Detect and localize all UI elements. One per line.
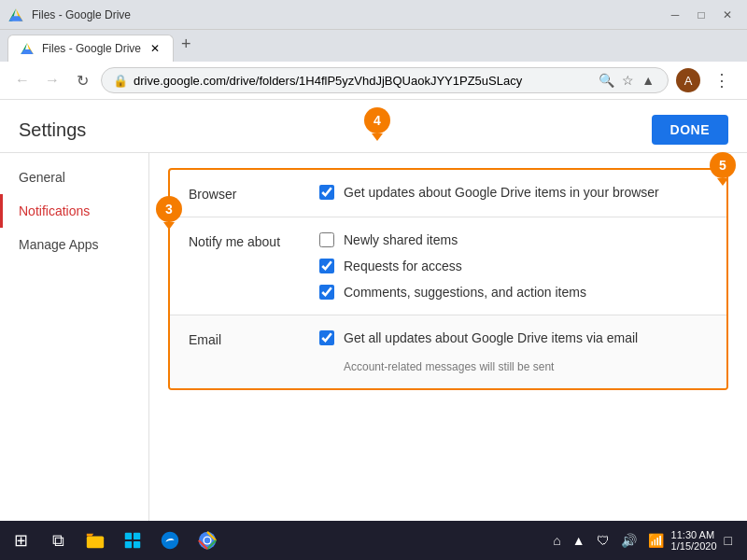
comments-label: Comments, suggestions, and action items <box>344 285 586 300</box>
network-tray-icon[interactable]: 📶 <box>644 529 668 552</box>
sidebar-item-manage-apps[interactable]: Manage Apps <box>0 228 148 261</box>
user-avatar[interactable]: A <box>676 68 700 92</box>
network-icon[interactable]: ⌂ <box>549 529 564 552</box>
main-content: 4 Settings DONE 5 General 3 Notification… <box>0 100 747 522</box>
new-tab-button[interactable]: + <box>174 27 199 62</box>
close-button[interactable]: ✕ <box>715 6 740 24</box>
bookmark-icon[interactable]: ☆ <box>620 71 636 90</box>
svg-marker-2 <box>9 16 23 21</box>
drive-icon <box>7 7 24 23</box>
notifications-panel: Browser Get updates about Google Drive i… <box>168 168 728 390</box>
store-button[interactable] <box>116 524 149 557</box>
search-icon[interactable]: 🔍 <box>597 71 616 90</box>
settings-content: Browser Get updates about Google Drive i… <box>149 153 747 522</box>
svg-rect-7 <box>125 533 132 539</box>
system-tray: ⌂ ▲ 🛡 🔊 📶 11:30 AM1/15/2020 □ <box>549 529 743 552</box>
chrome-button[interactable] <box>190 524 224 557</box>
forward-button[interactable]: → <box>41 69 63 91</box>
lock-icon: 🔒 <box>113 74 128 88</box>
svg-rect-10 <box>134 541 140 548</box>
edge-button[interactable] <box>153 524 187 557</box>
maximize-button[interactable]: □ <box>689 6 713 24</box>
browser-section-label: Browser <box>189 185 319 202</box>
address-bar: ← → ↻ 🔒 🔍 ☆ ▲ A ⋮ <box>0 62 747 100</box>
comments-checkbox[interactable] <box>319 285 334 300</box>
folder-icon <box>85 530 106 551</box>
notify-section-label: Notify me about <box>189 232 319 249</box>
refresh-button[interactable]: ↻ <box>71 69 93 91</box>
antivirus-icon[interactable]: 🛡 <box>593 529 613 552</box>
svg-rect-6 <box>87 536 104 548</box>
edge-icon <box>160 530 180 551</box>
notify-item-0: Newly shared items <box>319 232 586 247</box>
store-icon <box>122 530 143 551</box>
minimize-button[interactable]: ─ <box>663 6 687 24</box>
notify-item-1: Requests for access <box>319 259 586 273</box>
svg-rect-9 <box>125 541 132 548</box>
notify-item-2: Comments, suggestions, and action items <box>319 285 586 300</box>
done-button[interactable]: DONE <box>652 115 728 145</box>
newly-shared-checkbox[interactable] <box>319 232 334 247</box>
url-input[interactable] <box>134 74 591 88</box>
settings-header: Settings DONE 5 <box>0 100 747 153</box>
task-view-button[interactable]: ⧉ <box>41 524 75 557</box>
address-input-container: 🔒 🔍 ☆ ▲ <box>101 67 669 93</box>
volume-icon[interactable]: 🔊 <box>617 529 641 552</box>
back-button[interactable]: ← <box>11 69 34 91</box>
browser-checkbox-row: Get updates about Google Drive items in … <box>319 185 659 200</box>
email-section: Email Get all updates about Google Drive… <box>170 315 726 388</box>
browser-checkbox-label: Get updates about Google Drive items in … <box>344 185 659 200</box>
notify-section: Notify me about Newly shared items Reque… <box>170 217 726 315</box>
browser-menu-button[interactable]: ⋮ <box>708 68 736 92</box>
sidebar-item-notifications[interactable]: 3 Notifications <box>0 194 148 228</box>
tab-close-button[interactable]: ✕ <box>148 42 162 55</box>
file-explorer-button[interactable] <box>78 524 112 557</box>
browser-section: Browser Get updates about Google Drive i… <box>170 170 726 217</box>
newly-shared-label: Newly shared items <box>344 232 458 247</box>
browser-options: Get updates about Google Drive items in … <box>319 185 659 200</box>
email-checkbox-row: Get all updates about Google Drive items… <box>319 330 638 345</box>
browser-checkbox[interactable] <box>319 185 334 200</box>
sidebar-item-general[interactable]: General <box>0 161 148 194</box>
settings-title: Settings <box>19 119 86 141</box>
svg-point-13 <box>204 538 210 543</box>
start-button[interactable]: ⊞ <box>4 524 37 557</box>
address-icon-group: 🔍 ☆ ▲ <box>597 71 656 90</box>
notifications-icon[interactable]: □ <box>721 529 736 552</box>
tab-bar: Files - Google Drive ✕ + <box>0 30 747 62</box>
tab-label: Files - Google Drive <box>42 42 141 55</box>
email-checkbox-label: Get all updates about Google Drive items… <box>344 330 638 345</box>
active-tab[interactable]: Files - Google Drive ✕ <box>7 35 174 62</box>
requests-label: Requests for access <box>344 259 462 273</box>
notify-options: Newly shared items Requests for access C… <box>319 232 586 300</box>
chrome-icon <box>197 530 218 551</box>
clock: 11:30 AM1/15/2020 <box>671 529 717 552</box>
settings-body: General 3 Notifications Manage Apps Brow… <box>0 153 747 522</box>
email-options: Get all updates about Google Drive items… <box>319 330 638 373</box>
svg-marker-5 <box>21 49 33 54</box>
requests-checkbox[interactable] <box>319 259 334 273</box>
window-controls: ─ □ ✕ <box>663 6 740 24</box>
sidebar: General 3 Notifications Manage Apps <box>0 153 149 522</box>
tab-favicon <box>20 41 35 56</box>
drive-tray-icon[interactable]: ▲ <box>569 529 589 552</box>
drive-extension-icon[interactable]: ▲ <box>640 71 656 90</box>
taskbar: ⊞ ⧉ ⌂ ▲ 🛡 🔊 <box>0 521 747 560</box>
email-checkbox[interactable] <box>319 330 334 345</box>
tab-title: Files - Google Drive <box>32 8 655 21</box>
email-section-label: Email <box>189 330 319 347</box>
svg-rect-8 <box>134 533 140 539</box>
titlebar: Files - Google Drive ─ □ ✕ <box>0 0 747 30</box>
email-sub-text: Account-related messages will still be s… <box>344 360 638 373</box>
